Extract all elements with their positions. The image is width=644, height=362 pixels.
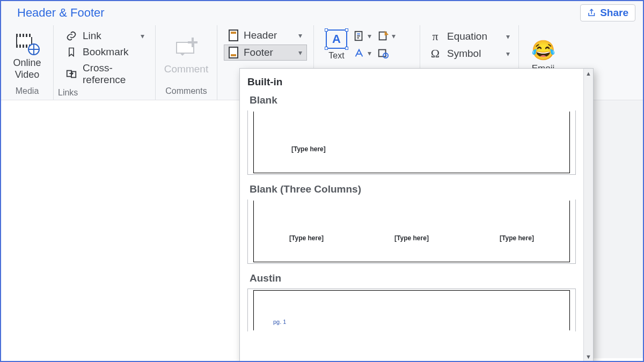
date-time-button[interactable] [377,47,396,60]
group-links: Link ▾ Bookmark Cross-referen [54,25,156,100]
header-dropdown[interactable]: Header ▾ [224,27,307,43]
footer-icon [229,47,238,58]
scroll-down-button[interactable]: ▼ [584,352,593,361]
symbol-icon: Ω [429,47,442,61]
placeholder-text: [Type here] [289,234,324,242]
online-video-label-1: Online [13,57,41,69]
symbol-label: Symbol [447,48,481,60]
comment-icon [174,41,199,59]
footer-label: Footer [244,47,273,58]
gallery-scrollbar[interactable]: ▲ ▼ [583,69,593,361]
header-icon [229,29,238,41]
placeholder-text: [Type here] [394,234,429,242]
text-label: Text [326,51,347,61]
online-video-button[interactable]: Online Video [13,32,41,80]
chevron-down-icon: ▾ [392,32,396,40]
chevron-down-icon: ▾ [368,49,371,57]
gallery-item-title: Austin [250,272,576,284]
gallery-item-austin[interactable]: pg. 1 [247,289,576,331]
cross-reference-button[interactable]: Cross-reference [63,62,147,86]
emoji-icon: 😂 [531,41,555,60]
title-bar: Header & Footer Share [1,1,643,23]
group-media: Online Video Media [1,25,54,100]
signature-icon [377,29,390,42]
signature-line-button[interactable]: ▾ [377,29,396,42]
placeholder-text: [Type here] [291,145,326,153]
gallery-item-blank[interactable]: [Type here] [247,110,576,175]
comment-label: Comment [164,63,208,75]
comment-button: Comment [164,38,208,75]
chevron-down-icon: ▾ [298,48,302,57]
symbol-button[interactable]: Ω Symbol ▾ [429,47,510,61]
footer-gallery-list[interactable]: Built-in Blank [Type here] Blank (Three … [240,69,583,361]
chevron-down-icon: ▾ [141,32,144,40]
equation-button[interactable]: π Equation ▾ [429,29,510,43]
placeholder-text: [Type here] [500,234,534,242]
link-button[interactable]: Link ▾ [63,29,147,42]
group-comments-label: Comments [165,85,207,99]
quick-parts-icon [353,29,365,42]
share-label: Share [600,7,628,19]
chevron-down-icon: ▾ [298,31,302,40]
share-icon [587,8,597,18]
online-video-icon [16,34,39,54]
wordart-button[interactable]: ▾ [353,47,371,60]
page-number-text: pg. 1 [273,319,286,325]
gallery-item-title: Blank [250,94,576,106]
cross-reference-icon [65,68,77,80]
footer-dropdown[interactable]: Footer ▾ [224,45,307,61]
link-icon [65,30,77,42]
ribbon-tab-title: Header & Footer [17,6,105,20]
group-comments: Comment Comments [156,25,217,100]
share-button[interactable]: Share [580,4,635,21]
gallery-section-title: Built-in [247,76,576,88]
page-left [1,100,240,358]
bookmark-button[interactable]: Bookmark [63,46,147,58]
online-video-label-2: Video [15,69,40,81]
group-media-label: Media [16,85,39,99]
date-time-icon [377,47,390,60]
bookmark-label: Bookmark [83,46,129,58]
header-label: Header [244,29,277,41]
gallery-item-title: Blank (Three Columns) [250,183,576,195]
equation-label: Equation [447,31,487,42]
bookmark-icon [65,46,77,58]
text-box-icon [326,29,347,49]
chevron-down-icon: ▾ [368,32,371,40]
link-label: Link [83,30,101,42]
equation-icon: π [429,29,442,43]
scroll-up-button[interactable]: ▲ [584,69,593,78]
chevron-down-icon: ▾ [506,32,510,41]
chevron-down-icon: ▾ [506,49,510,58]
quick-parts-button[interactable]: ▾ [353,29,371,42]
footer-gallery: Built-in Blank [Type here] Blank (Three … [239,68,594,362]
gallery-item-blank-three-columns[interactable]: [Type here] [Type here] [Type here] [247,200,576,264]
group-links-label: Links [58,86,151,100]
cross-reference-label: Cross-reference [83,62,144,86]
wordart-icon [353,47,365,60]
